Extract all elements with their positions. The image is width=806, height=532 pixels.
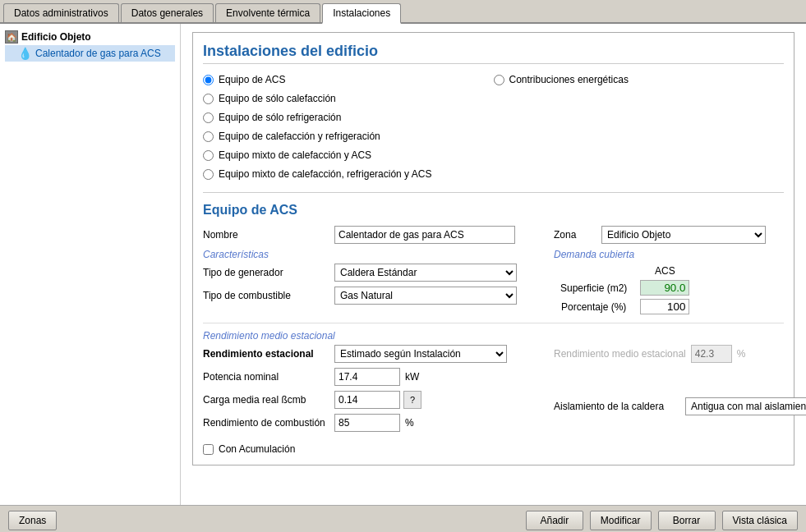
main-container: 🏠 Edificio Objeto 💧 Calentador de gas pa… [0, 24, 806, 505]
tipo-generador-row: Tipo de generador Caldera Estándar Calde… [203, 264, 537, 282]
equipo-acs-title: Equipo de ACS [203, 203, 784, 218]
radio-acs-label: Equipo de ACS [219, 74, 285, 85]
combustion-row: Rendimiento de combustión % [203, 414, 537, 432]
bottom-bar: Zonas Añadir Modificar Borrar Vista clás… [0, 505, 806, 532]
rendimiento-select[interactable]: Estimado según Instalación Valor definid… [334, 345, 507, 363]
radio-mixto-acs: Equipo mixto de calefacción y ACS [203, 149, 494, 161]
tab-datos-admin[interactable]: Datos administrativos [3, 3, 119, 22]
zones-button[interactable]: Zonas [8, 511, 57, 530]
rendimiento-label: Rendimiento estacional [203, 348, 334, 360]
radio-contribuciones: Contribuciones energéticas [494, 74, 785, 85]
col-left-rendimiento: Rendimiento estacional Estimado según In… [203, 345, 537, 437]
radio-cal-ref-input[interactable] [203, 131, 214, 142]
drop-icon: 💧 [18, 47, 32, 60]
radio-mixto-acs-label: Equipo mixto de calefacción y ACS [219, 149, 371, 161]
content-area: Instalaciones del edificio Equipo de ACS… [181, 24, 806, 505]
zona-label: Zona [554, 229, 595, 241]
tipo-combustible-row: Tipo de combustible Gas Natural Gasóleo … [203, 287, 537, 305]
potencia-unit: kW [405, 371, 419, 383]
tab-bar: Datos administrativos Datos generales En… [0, 0, 806, 24]
potencia-row: Potencia nominal kW [203, 368, 537, 386]
rendimiento-medio-row: Rendimiento medio estacional % [554, 345, 784, 363]
radio-acs-input[interactable] [203, 75, 214, 85]
radio-cal-ref: Equipo de calefacción y refrigeración [203, 131, 494, 142]
divider-1 [203, 192, 784, 193]
demanda-table: ACS Superficie (m2) Porcentaje (%) [554, 264, 696, 316]
radio-refrigeracion-label: Equipo de sólo refrigeración [219, 112, 341, 123]
superficie-label: Superficie (m2) [554, 278, 633, 297]
tab-envolvente[interactable]: Envolvente térmica [215, 3, 320, 22]
tab-instalaciones[interactable]: Instalaciones [322, 3, 401, 24]
carga-help-btn[interactable]: ? [403, 391, 421, 409]
sidebar-building: 🏠 Edificio Objeto [5, 29, 175, 45]
col-left-nombre: Nombre Características Tipo de generador… [203, 226, 537, 316]
porcentaje-label: Porcentaje (%) [554, 297, 633, 316]
delete-button[interactable]: Borrar [658, 511, 716, 530]
rendimiento-section-label: Rendimiento medio estacional [203, 330, 784, 342]
combustion-label: Rendimiento de combustión [203, 417, 334, 429]
bottom-left: Zonas [8, 511, 57, 530]
building-icon: 🏠 [5, 30, 18, 44]
aislamiento-row: Aislamiento de la caldera Antigua con ma… [554, 397, 784, 415]
rendimiento-medio-unit: % [737, 348, 746, 360]
classic-view-button[interactable]: Vista clásica [722, 511, 798, 530]
demanda-col-header: ACS [633, 264, 696, 278]
acumulacion-row: Con Acumulación [203, 443, 784, 455]
sidebar: 🏠 Edificio Objeto 💧 Calentador de gas pa… [0, 24, 181, 505]
radio-refrigeracion: Equipo de sólo refrigeración [203, 112, 494, 123]
rendimiento-medio-input [691, 345, 732, 363]
sidebar-item-calentador[interactable]: 💧 Calentador de gas para ACS [5, 45, 175, 62]
radio-acs: Equipo de ACS [203, 74, 494, 85]
radio-cal-ref-label: Equipo de calefacción y refrigeración [219, 131, 380, 142]
instalaciones-title: Instalaciones del edificio [203, 43, 784, 64]
tipo-combustible-label: Tipo de combustible [203, 290, 334, 301]
superficie-input[interactable] [640, 280, 689, 296]
nombre-zona-row: Nombre Características Tipo de generador… [203, 226, 784, 316]
col-right-rendimiento: Rendimiento medio estacional % Aislamien… [554, 345, 784, 437]
acumulacion-checkbox[interactable] [203, 444, 214, 455]
col-right-zona: Zona Edificio Objeto Demanda cubierta AC… [554, 226, 784, 316]
demanda-label: Demanda cubierta [554, 249, 784, 260]
rendimiento-row: Rendimiento estacional Estimado según In… [203, 345, 537, 363]
zona-row: Zona Edificio Objeto [554, 226, 784, 244]
carga-input[interactable] [334, 391, 400, 409]
radio-mixto-all: Equipo mixto de calefacción, refrigeraci… [203, 168, 494, 180]
radio-mixto-acs-input[interactable] [203, 150, 214, 161]
radio-contribuciones-label: Contribuciones energéticas [509, 74, 629, 85]
radio-mixto-all-label: Equipo mixto de calefacción, refrigeraci… [219, 168, 431, 180]
modify-button[interactable]: Modificar [590, 511, 652, 530]
tipo-combustible-select[interactable]: Gas Natural Gasóleo GLP Biomasa [334, 287, 517, 305]
zona-select[interactable]: Edificio Objeto [601, 226, 766, 244]
instalaciones-section: Instalaciones del edificio Equipo de ACS… [192, 32, 794, 466]
radio-calefaccion-input[interactable] [203, 94, 214, 104]
nombre-label: Nombre [203, 229, 334, 241]
carga-label: Carga media real ßcmb [203, 394, 334, 406]
tipo-generador-label: Tipo de generador [203, 267, 334, 278]
tab-datos-generales[interactable]: Datos generales [121, 3, 214, 22]
add-button[interactable]: Añadir [526, 511, 583, 530]
radio-refrigeracion-input[interactable] [203, 112, 214, 123]
bottom-right: Añadir Modificar Borrar Vista clásica [526, 511, 798, 530]
rendimiento-row-outer: Rendimiento estacional Estimado según In… [203, 345, 784, 437]
sidebar-building-label: Edificio Objeto [21, 31, 91, 43]
form-separator [203, 323, 784, 323]
radio-calefaccion: Equipo de sólo calefacción [203, 93, 494, 104]
aislamiento-select[interactable]: Antigua con mal aislamiento Estándar Bie… [685, 397, 806, 415]
combustion-input[interactable] [334, 414, 400, 432]
nombre-row: Nombre [203, 226, 537, 244]
combustion-unit: % [405, 417, 414, 429]
radio-group: Equipo de ACS Contribuciones energéticas… [203, 74, 784, 184]
tipo-generador-select[interactable]: Caldera Estándar Caldera de Condensación… [334, 264, 517, 282]
radio-calefaccion-label: Equipo de sólo calefacción [219, 93, 336, 104]
radio-mixto-all-input[interactable] [203, 169, 214, 180]
porcentaje-input[interactable] [640, 299, 689, 314]
acumulacion-label: Con Acumulación [219, 443, 295, 455]
aislamiento-label: Aislamiento de la caldera [554, 401, 685, 412]
carga-row: Carga media real ßcmb ? [203, 391, 537, 409]
nombre-input[interactable] [334, 226, 515, 244]
potencia-input[interactable] [334, 368, 400, 386]
radio-contribuciones-input[interactable] [494, 75, 504, 85]
caracteristicas-label: Características [203, 249, 537, 260]
sidebar-item-label: Calentador de gas para ACS [35, 48, 161, 59]
potencia-label: Potencia nominal [203, 371, 334, 383]
